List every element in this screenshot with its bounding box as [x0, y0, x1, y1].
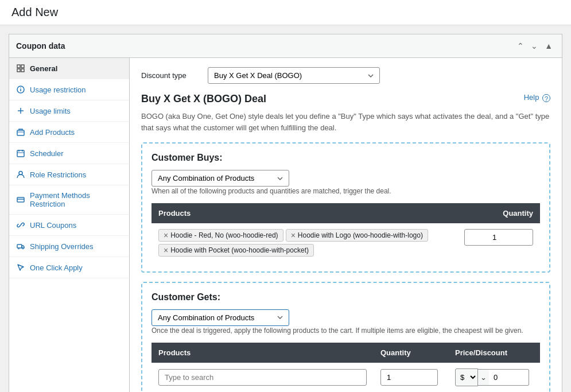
svg-rect-3 [21, 69, 24, 72]
calendar-icon [16, 149, 25, 158]
product-tag-1: × Hoodie with Logo (woo-hoodie-with-logo… [286, 229, 428, 242]
question-circle-icon: ? [542, 94, 550, 102]
coupon-data-header: Coupon data ⌃ ⌄ ▲ [9, 34, 562, 58]
customer-gets-title: Customer Gets: [152, 292, 540, 302]
svg-point-6 [20, 87, 21, 88]
sidebar-label-url-coupons: URL Coupons [30, 221, 76, 230]
tag-label-1: Hoodie with Logo (woo-hoodie-with-logo) [298, 231, 423, 239]
collapse-down-button[interactable]: ⌄ [529, 40, 540, 52]
main-content: Discount type Buy X Get X Deal (BOGO) Pe… [130, 58, 562, 392]
product-tag-0: × Hoodie - Red, No (woo-hoodie-red) [158, 229, 283, 242]
customer-gets-table: Products Quantity Price/Discount [152, 343, 540, 392]
customer-buys-table: Products Quantity × Hoodie - Red, No (wo… [152, 203, 540, 262]
svg-rect-0 [17, 65, 20, 68]
svg-rect-1 [21, 65, 24, 68]
gets-search-cell [152, 363, 374, 392]
customer-buys-title: Customer Buys: [152, 153, 540, 163]
customer-buys-combo-select[interactable]: Any Combination of Products Specific Pro… [152, 170, 289, 187]
help-link[interactable]: Help ? [524, 93, 550, 102]
bogo-section: Help ? Buy X Get X (BOGO) Deal BOGO (aka… [141, 93, 550, 133]
sidebar-label-one-click-apply: One Click Apply [30, 263, 83, 272]
sidebar-item-general[interactable]: General [9, 58, 129, 79]
gets-quantity-cell [374, 363, 448, 392]
mouse-pointer-icon [16, 263, 25, 272]
sidebar-label-scheduler: Scheduler [30, 149, 64, 158]
sidebar-label-shipping-overrides: Shipping Overrides [30, 242, 94, 251]
customer-buys-quantity-input[interactable] [464, 229, 533, 246]
currency-chevron: ⌄ [478, 369, 489, 386]
svg-point-19 [22, 248, 24, 249]
credit-card-icon [16, 195, 25, 204]
products-cell: × Hoodie - Red, No (woo-hoodie-red) × Ho… [152, 223, 457, 262]
tag-label-0: Hoodie - Red, No (woo-hoodie-red) [170, 231, 278, 239]
price-row: $ ⌄ [455, 368, 533, 386]
truck-icon [16, 242, 25, 251]
gets-col-price-header: Price/Discount [448, 343, 540, 363]
svg-rect-17 [17, 244, 22, 248]
tag-remove-button-1[interactable]: × [291, 231, 296, 239]
col-products-header: Products [152, 203, 457, 223]
grid-icon [16, 64, 25, 73]
page-header: Add New [0, 0, 571, 25]
customer-gets-combo-select[interactable]: Any Combination of Products Specific Pro… [152, 309, 289, 326]
coupon-data-title: Coupon data [16, 41, 65, 51]
customer-buys-box: Customer Buys: Any Combination of Produc… [141, 142, 550, 273]
bogo-title: Buy X Get X (BOGO) Deal [141, 93, 550, 105]
table-row: × Hoodie - Red, No (woo-hoodie-red) × Ho… [152, 223, 540, 262]
price-discount-input[interactable] [489, 369, 529, 386]
coupon-data-panel: Coupon data ⌃ ⌄ ▲ General [9, 34, 562, 392]
collapse-up-button[interactable]: ⌃ [515, 40, 526, 52]
sidebar-item-role-restrictions[interactable]: Role Restrictions [9, 164, 129, 185]
coupon-layout: General Usage restriction [9, 58, 562, 392]
gets-col-products-header: Products [152, 343, 374, 363]
user-icon [16, 170, 25, 179]
currency-select[interactable]: $ [455, 368, 478, 386]
customer-buys-hint: When all of the following products and q… [152, 187, 540, 196]
plus-icon [16, 106, 25, 115]
tags-container: × Hoodie - Red, No (woo-hoodie-red) × Ho… [158, 229, 450, 257]
info-circle-icon [16, 85, 25, 94]
sidebar-item-add-products[interactable]: Add Products [9, 122, 129, 143]
col-quantity-header: Quantity [457, 203, 540, 223]
sidebar-label-usage-restriction: Usage restriction [30, 86, 86, 94]
svg-point-18 [18, 248, 20, 249]
discount-type-select[interactable]: Buy X Get X Deal (BOGO) Percentage disco… [208, 67, 380, 84]
sidebar-label-payment-methods: Payment Methods Restriction [30, 191, 122, 208]
customer-gets-hint: Once the deal is triggered, apply the fo… [152, 326, 540, 336]
bogo-description: BOGO (aka Buy One, Get One) style deals … [141, 111, 550, 133]
sidebar-item-usage-restriction[interactable]: Usage restriction [9, 79, 129, 100]
sidebar-label-add-products: Add Products [30, 128, 75, 137]
sidebar-item-usage-limits[interactable]: Usage limits [9, 100, 129, 122]
gets-col-quantity-header: Quantity [374, 343, 448, 363]
product-tag-2: × Hoodie with Pocket (woo-hoodie-with-po… [158, 244, 314, 257]
svg-rect-10 [17, 150, 24, 157]
sidebar-item-shipping-overrides[interactable]: Shipping Overrides [9, 236, 129, 257]
gets-search-input[interactable] [158, 369, 367, 386]
svg-rect-2 [17, 69, 20, 72]
page-title: Add New [11, 6, 560, 19]
svg-rect-15 [17, 197, 24, 202]
sidebar-item-one-click-apply[interactable]: One Click Apply [9, 257, 129, 278]
sidebar-item-payment-methods[interactable]: Payment Methods Restriction [9, 185, 129, 215]
customer-gets-box: Customer Gets: Any Combination of Produc… [141, 282, 550, 392]
tag-remove-button-2[interactable]: × [164, 246, 168, 254]
toggle-panel-button[interactable]: ▲ [542, 40, 555, 52]
gets-table-row: $ ⌄ [152, 363, 540, 392]
gets-price-cell: $ ⌄ [448, 363, 540, 392]
link-icon [16, 220, 25, 230]
svg-rect-9 [17, 130, 24, 135]
sidebar-label-role-restrictions: Role Restrictions [30, 170, 86, 179]
sidebar-label-general: General [30, 64, 57, 73]
coupon-data-controls: ⌃ ⌄ ▲ [515, 40, 555, 52]
tag-remove-button-0[interactable]: × [164, 231, 168, 239]
sidebar: General Usage restriction [9, 58, 130, 392]
tag-label-2: Hoodie with Pocket (woo-hoodie-with-pock… [170, 246, 309, 254]
quantity-cell [457, 223, 540, 262]
sidebar-label-usage-limits: Usage limits [30, 107, 71, 115]
discount-type-row: Discount type Buy X Get X Deal (BOGO) Pe… [141, 67, 550, 84]
discount-type-label: Discount type [141, 71, 199, 80]
box-icon [16, 127, 25, 137]
sidebar-item-url-coupons[interactable]: URL Coupons [9, 215, 129, 236]
gets-quantity-input[interactable] [380, 369, 438, 386]
sidebar-item-scheduler[interactable]: Scheduler [9, 143, 129, 164]
